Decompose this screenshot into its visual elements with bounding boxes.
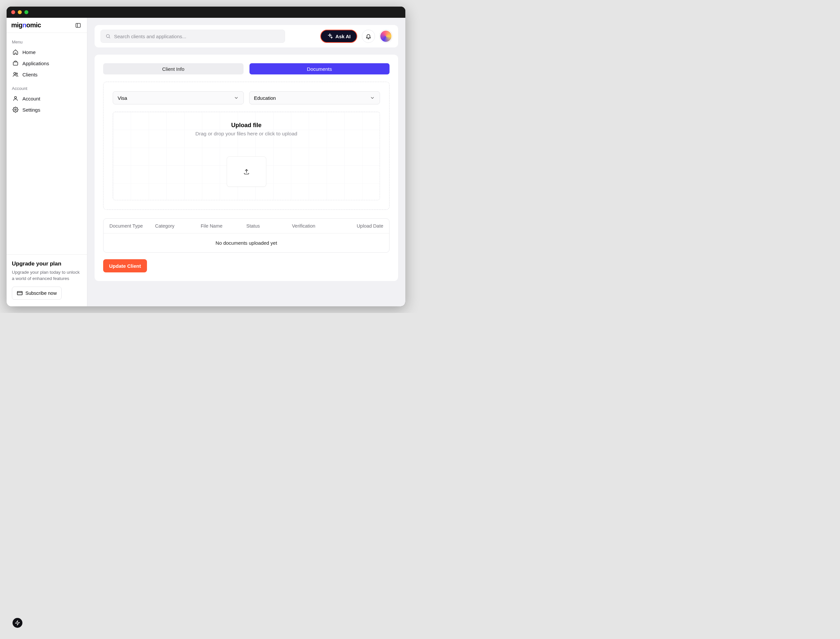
content-card: Client Info Documents Visa Education — [95, 55, 398, 281]
subcategory-select-value: Education — [254, 95, 276, 101]
update-client-button[interactable]: Update Client — [103, 259, 147, 272]
app-window: mignomic Menu Home Applications — [6, 6, 405, 306]
sparkle-icon — [327, 33, 333, 39]
th-upload-date: Upload Date — [338, 223, 383, 229]
sidebar-toggle[interactable] — [74, 21, 83, 30]
dropzone-subtitle: Drag or drop your files here or click to… — [119, 131, 373, 137]
main: Ask AI Client Info Documents Visa — [88, 18, 405, 306]
sidebar-item-label: Clients — [22, 72, 38, 78]
ask-ai-button[interactable]: Ask AI — [320, 30, 357, 43]
sidebar-item-clients[interactable]: Clients — [9, 69, 84, 80]
window-close[interactable] — [11, 10, 15, 14]
th-verification: Verification — [292, 223, 338, 229]
tabs: Client Info Documents — [103, 63, 390, 75]
documents-table: Document Type Category File Name Status … — [103, 218, 390, 253]
svg-rect-0 — [76, 23, 80, 27]
sidebar-item-label: Account — [22, 96, 40, 102]
search-box[interactable] — [100, 30, 285, 43]
sidebar: mignomic Menu Home Applications — [6, 18, 88, 306]
category-select[interactable]: Visa — [113, 91, 244, 105]
sidebar-section-menu: Menu — [9, 37, 84, 46]
upgrade-text: Upgrade your plan today to unlock a worl… — [12, 269, 82, 282]
subscribe-button[interactable]: Subscribe now — [12, 286, 62, 300]
svg-point-5 — [14, 97, 16, 99]
sidebar-item-account[interactable]: Account — [9, 93, 84, 104]
th-status: Status — [247, 223, 292, 229]
tab-documents[interactable]: Documents — [250, 63, 390, 75]
sidebar-upgrade: Upgrade your plan Upgrade your plan toda… — [6, 254, 87, 306]
th-document-type: Document Type — [110, 223, 155, 229]
svg-point-4 — [16, 73, 18, 75]
dropzone[interactable]: Upload file Drag or drop your files here… — [113, 112, 380, 200]
chevron-down-icon — [234, 95, 239, 100]
topbar: Ask AI — [95, 25, 398, 48]
sidebar-section-account: Account — [9, 83, 84, 93]
search-icon — [105, 33, 111, 39]
svg-point-6 — [15, 109, 16, 111]
sidebar-item-applications[interactable]: Applications — [9, 58, 84, 69]
sidebar-item-label: Settings — [22, 107, 40, 113]
brand-logo: mignomic — [11, 21, 41, 29]
titlebar — [6, 6, 405, 18]
dropzone-title: Upload file — [119, 122, 373, 129]
chevron-down-icon — [370, 95, 375, 100]
upgrade-title: Upgrade your plan — [12, 261, 82, 267]
window-zoom[interactable] — [24, 10, 28, 14]
svg-rect-2 — [13, 62, 18, 65]
sidebar-item-label: Applications — [22, 60, 49, 66]
table-empty-state: No documents uploaded yet — [103, 234, 389, 252]
svg-line-10 — [109, 37, 110, 38]
upload-button[interactable] — [227, 156, 266, 187]
sidebar-item-label: Home — [22, 49, 36, 55]
svg-rect-7 — [18, 291, 22, 295]
svg-point-3 — [14, 73, 16, 75]
sidebar-item-settings[interactable]: Settings — [9, 104, 84, 115]
svg-point-9 — [107, 35, 110, 38]
tab-client-info[interactable]: Client Info — [103, 63, 243, 75]
sidebar-item-home[interactable]: Home — [9, 46, 84, 58]
notifications-button[interactable] — [362, 30, 375, 43]
panel-left-icon — [75, 22, 81, 28]
card-icon — [17, 290, 23, 296]
avatar[interactable] — [380, 30, 392, 43]
th-category: Category — [155, 223, 201, 229]
home-icon — [13, 49, 19, 55]
gear-icon — [13, 107, 19, 113]
documents-panel: Visa Education Upload file Drag or drop … — [103, 82, 390, 210]
briefcase-icon — [13, 60, 19, 66]
category-select-value: Visa — [118, 95, 127, 101]
search-input[interactable] — [114, 33, 280, 39]
user-icon — [13, 95, 19, 102]
bell-icon — [366, 33, 371, 39]
window-minimize[interactable] — [18, 10, 22, 14]
subcategory-select[interactable]: Education — [249, 91, 380, 105]
upload-icon — [243, 168, 250, 175]
th-file-name: File Name — [201, 223, 247, 229]
users-icon — [13, 72, 19, 78]
